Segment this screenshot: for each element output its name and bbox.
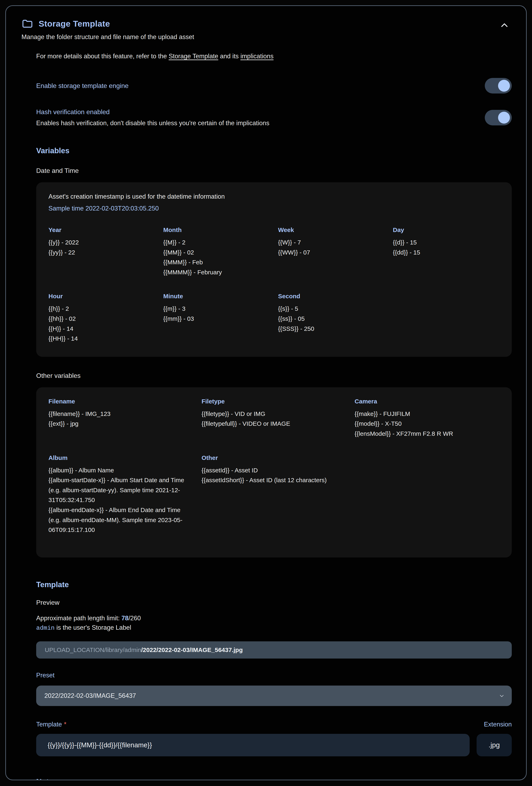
variable-group: Other{{assetId}} - Asset ID{{assetIdShor…: [201, 454, 346, 535]
preset-selected-value: 2022/2022-02-03/IMAGE_56437: [44, 692, 136, 699]
variable-group-title: Day: [393, 227, 500, 233]
template-label-text: Template: [36, 721, 62, 728]
variable-line: {{dd}} - 15: [393, 248, 500, 258]
variable-line: {{hh}} - 02: [48, 314, 155, 324]
variable-line: {{W}} - 7: [278, 237, 385, 248]
variable-group: Year{{y}} - 2022{{yy}} - 22: [48, 227, 155, 277]
datetime-label: Date and Time: [36, 167, 512, 175]
storage-engine-toggle[interactable]: [485, 78, 512, 93]
variables-heading: Variables: [36, 146, 512, 155]
toggle-text-storage-engine: Enable storage template engine: [36, 82, 128, 90]
datetime-note: Asset's creation timestamp is used for t…: [48, 193, 500, 200]
extension-value-box: .jpg: [477, 734, 512, 756]
datetime-variable-grid: Year{{y}} - 2022{{yy}} - 22Month{{M}} - …: [48, 227, 500, 344]
variable-line: {{album-endDate-x}} - Album End Date and…: [48, 505, 193, 535]
variable-line: {{MMM}} - Feb: [163, 257, 270, 268]
variable-line: {{assetIdShort}} - Asset ID (last 12 cha…: [201, 475, 346, 485]
variable-line: {{y}} - 2022: [48, 237, 155, 248]
template-heading: Template: [36, 580, 512, 589]
variable-group: Second{{s}} - 5{{ss}} - 05{{SSS}} - 250: [278, 293, 385, 344]
variable-line: {{SSS}} - 250: [278, 324, 385, 334]
variable-line: {{album}} - Album Name: [48, 465, 193, 476]
hash-verification-description: Enables hash verification, don't disable…: [36, 119, 269, 127]
variable-group: Filetype{{filetype}} - VID or IMG{{filet…: [201, 398, 346, 439]
variable-line: {{MM}} - 02: [163, 248, 270, 258]
variable-line: {{WW}} - 07: [278, 248, 385, 258]
variable-line: {{album-startDate-x}} - Album Start Date…: [48, 475, 193, 505]
variable-line: {{MMMM}} - February: [163, 268, 270, 277]
variable-group: Minute{{m}} - 3{{mm}} - 03: [163, 293, 270, 344]
datetime-variables-panel: Asset's creation timestamp is used for t…: [36, 182, 512, 357]
extension-label: Extension: [484, 721, 512, 728]
intro-prefix: For more details about this feature, ref…: [36, 52, 169, 60]
toggle-text-hash-verification: Hash verification enabled Enables hash v…: [36, 108, 269, 127]
page-title: Storage Template: [39, 19, 110, 29]
preset-label: Preset: [36, 672, 512, 679]
variable-line: {{lensModel}} - XF27mm F2.8 R WR: [355, 429, 500, 439]
variable-group-title: Week: [278, 227, 385, 233]
notes-heading: Notes: [36, 778, 512, 780]
implications-doc-link[interactable]: implications: [240, 52, 273, 60]
path-limit-prefix: Approximate path length limit:: [36, 615, 121, 622]
variable-group-title: Month: [163, 227, 270, 233]
variable-group: Camera{{make}} - FUJIFILM{{model}} - X-T…: [355, 398, 500, 439]
preset-select[interactable]: 2022/2022-02-03/IMAGE_56437: [36, 686, 512, 706]
template-input[interactable]: [36, 734, 469, 756]
variable-line: {{yy}} - 22: [48, 248, 155, 258]
variable-group-title: Filename: [48, 398, 193, 405]
path-limit-value: 78: [121, 615, 128, 622]
variable-group: Day{{d}} - 15{{dd}} - 15: [393, 227, 500, 277]
template-inputs-row: .jpg: [36, 734, 512, 756]
card-header: Storage Template Manage the folder struc…: [15, 18, 517, 41]
variable-line: {{filename}} - IMG_123: [48, 409, 193, 419]
hash-verification-toggle[interactable]: [485, 110, 512, 125]
storage-label-text: is the user's Storage Label: [55, 624, 131, 631]
other-variables-panel: Filename{{filename}} - IMG_123{{ext}} - …: [36, 387, 512, 557]
storage-template-card: Storage Template Manage the folder struc…: [5, 5, 527, 780]
toggle-row-storage-engine: Enable storage template engine: [36, 78, 512, 93]
variable-group-title: Filetype: [201, 398, 346, 405]
other-variable-grid: Filename{{filename}} - IMG_123{{ext}} - …: [48, 398, 500, 535]
variable-line: {{s}} - 5: [278, 304, 385, 314]
variable-line: {{H}} - 14: [48, 324, 155, 334]
variable-line: {{filetypefull}} - VIDEO or IMAGE: [201, 419, 346, 429]
variable-group: Filename{{filename}} - IMG_123{{ext}} - …: [48, 398, 193, 439]
variable-group-title: Minute: [163, 293, 270, 300]
variable-group-title: Second: [278, 293, 385, 300]
variable-line: {{ss}} - 05: [278, 314, 385, 324]
path-preview-field: UPLOAD_LOCATION/library/admin/2022/2022-…: [36, 641, 512, 658]
variable-group: Month{{M}} - 2{{MM}} - 02{{MMM}} - Feb{{…: [163, 227, 270, 277]
folder-icon: [22, 18, 33, 30]
toggle-knob: [498, 112, 510, 123]
variable-group-title: Hour: [48, 293, 155, 300]
variable-group: Week{{W}} - 7{{WW}} - 07: [278, 227, 385, 277]
path-suffix: /2022/2022-02-03/IMAGE_56437.jpg: [141, 646, 243, 653]
variable-line: {{filetype}} - VID or IMG: [201, 409, 346, 419]
path-length-limit: Approximate path length limit: 78/260: [36, 615, 512, 622]
toggle-knob: [498, 80, 510, 92]
hash-verification-toggle-label: Hash verification enabled: [36, 108, 269, 116]
template-input-label: Template*: [36, 721, 67, 728]
storage-engine-toggle-label: Enable storage template engine: [36, 82, 128, 90]
variable-line: {{mm}} - 03: [163, 314, 270, 324]
variable-group: Hour{{h}} - 2{{hh}} - 02{{H}} - 14{{HH}}…: [48, 293, 155, 344]
storage-label-code: admin: [36, 625, 55, 631]
template-field-labels: Template* Extension: [36, 721, 512, 728]
variable-group: Album{{album}} - Album Name{{album-start…: [48, 454, 193, 535]
chevron-up-icon: [499, 20, 510, 30]
variable-line: {{M}} - 2: [163, 237, 270, 248]
variable-line: {{ext}} - jpg: [48, 419, 193, 429]
toggle-row-hash-verification: Hash verification enabled Enables hash v…: [36, 108, 512, 127]
storage-label-line: admin is the user's Storage Label: [36, 624, 512, 631]
card-subtitle: Manage the folder structure and file nam…: [15, 33, 517, 41]
variable-line: {{make}} - FUJIFILM: [355, 409, 500, 419]
storage-template-doc-link[interactable]: Storage Template: [169, 52, 218, 60]
variable-line: {{assetId}} - Asset ID: [201, 465, 346, 476]
datetime-sample-time: Sample time 2022-02-03T20:03:05.250: [48, 205, 500, 212]
variable-group-title: Other: [201, 454, 346, 461]
variable-line: {{d}} - 15: [393, 237, 500, 248]
collapse-button[interactable]: [499, 20, 510, 30]
variable-line: {{h}} - 2: [48, 304, 155, 314]
intro-text: For more details about this feature, ref…: [36, 52, 512, 60]
variable-line: {{model}} - X-T50: [355, 419, 500, 429]
